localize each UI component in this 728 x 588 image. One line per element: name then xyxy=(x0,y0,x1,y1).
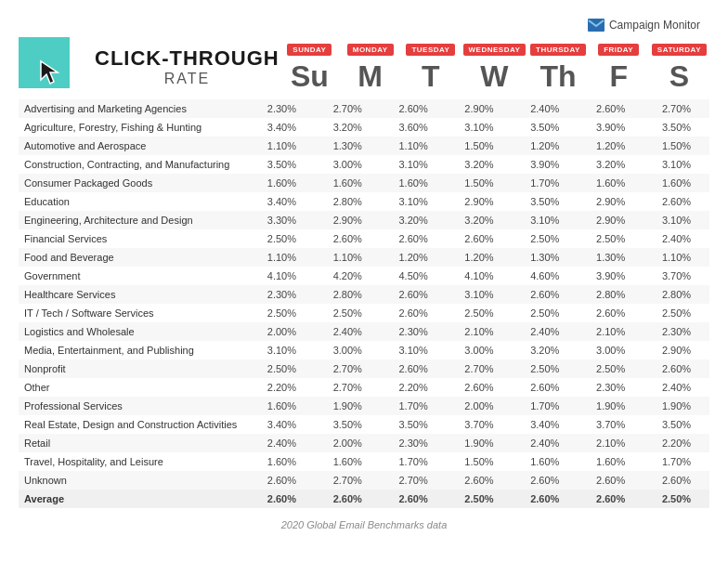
value-cell: 2.90% xyxy=(644,341,709,359)
value-cell: 2.40% xyxy=(512,434,578,452)
value-cell: 2.50% xyxy=(512,229,578,248)
value-cell: 3.50% xyxy=(512,192,578,211)
value-cell: 1.20% xyxy=(381,248,447,267)
table-row: Media, Entertainment, and Publishing3.10… xyxy=(19,341,709,359)
sunday-short: Su xyxy=(291,58,329,95)
table-row: Advertising and Marketing Agencies2.30%2… xyxy=(19,99,709,118)
value-cell: 3.90% xyxy=(578,267,644,285)
brand-logo-area: Campaign Monitor xyxy=(19,19,709,32)
value-cell: 1.70% xyxy=(512,397,578,415)
sunday-label: SUNDAY xyxy=(287,44,332,56)
value-cell: 1.10% xyxy=(249,248,315,267)
table-row: Food and Beverage1.10%1.10%1.20%1.20%1.3… xyxy=(19,248,709,267)
value-cell: 2.60% xyxy=(381,285,447,304)
value-cell: 3.00% xyxy=(315,155,381,174)
value-cell: 3.20% xyxy=(447,211,513,229)
industry-cell: Government xyxy=(19,267,249,285)
saturday-label: SATURDAY xyxy=(652,44,707,56)
friday-label: FRIDAY xyxy=(598,44,639,56)
svg-marker-1 xyxy=(41,61,58,84)
value-cell: 2.90% xyxy=(447,192,513,211)
table-row: IT / Tech / Software Services2.50%2.50%2… xyxy=(19,304,709,322)
value-cell: 2.70% xyxy=(447,359,513,378)
value-cell: 1.60% xyxy=(249,397,315,415)
industry-cell: Agriculture, Forestry, Fishing & Hunting xyxy=(19,118,249,137)
value-cell: 1.50% xyxy=(644,137,709,155)
value-cell: 3.00% xyxy=(315,341,381,359)
value-cell: 2.60% xyxy=(381,304,447,322)
value-cell: 2.60% xyxy=(381,229,447,248)
monday-label: MONDAY xyxy=(347,44,394,56)
value-cell: 2.60% xyxy=(578,471,644,490)
value-cell: 2.10% xyxy=(578,322,644,341)
industry-cell: Automotive and Aerospace xyxy=(19,137,249,155)
industry-cell: Healthcare Services xyxy=(19,285,249,304)
value-cell: 3.50% xyxy=(512,118,578,137)
value-cell: 2.40% xyxy=(644,229,709,248)
table-row: Healthcare Services2.30%2.80%2.60%3.10%2… xyxy=(19,285,709,304)
value-cell: 3.50% xyxy=(381,415,447,434)
thursday-short: Th xyxy=(540,58,576,95)
value-cell: 2.60% xyxy=(644,192,709,211)
value-cell: 1.60% xyxy=(315,174,381,192)
value-cell: 2.90% xyxy=(578,192,644,211)
industry-cell: Consumer Packaged Goods xyxy=(19,174,249,192)
value-cell: 1.30% xyxy=(578,248,644,267)
brand-icon xyxy=(588,19,604,32)
value-cell: 1.20% xyxy=(512,137,578,155)
value-cell: 1.60% xyxy=(578,452,644,471)
value-cell: 2.20% xyxy=(381,378,447,397)
value-cell: 2.60% xyxy=(512,285,578,304)
industry-cell: Construction, Contracting, and Manufactu… xyxy=(19,155,249,174)
industry-cell: Travel, Hospitality, and Leisure xyxy=(19,452,249,471)
value-cell: 2.50% xyxy=(578,229,644,248)
value-cell: 1.90% xyxy=(315,397,381,415)
left-header: CLICK-THROUGH RATE xyxy=(19,37,280,98)
value-cell: 2.50% xyxy=(512,359,578,378)
value-cell: 3.00% xyxy=(447,341,513,359)
value-cell: 3.10% xyxy=(512,211,578,229)
footer-text: 2020 Global Email Benchmarks data xyxy=(19,519,709,530)
value-cell: 2.50% xyxy=(644,304,709,322)
table-row: Automotive and Aerospace1.10%1.30%1.10%1… xyxy=(19,137,709,155)
value-cell: 3.20% xyxy=(512,341,578,359)
value-cell: 2.20% xyxy=(644,434,709,452)
value-cell: 2.60% xyxy=(644,359,709,378)
value-cell: 1.30% xyxy=(315,137,381,155)
value-cell: 1.60% xyxy=(644,174,709,192)
value-cell: 2.70% xyxy=(315,99,381,118)
value-cell: 2.10% xyxy=(447,322,513,341)
value-cell: 2.50% xyxy=(249,229,315,248)
value-cell: 3.10% xyxy=(447,285,513,304)
day-header-sunday: SUNDAY Su xyxy=(280,40,340,95)
table-row: Retail2.40%2.00%2.30%1.90%2.40%2.10%2.20… xyxy=(19,434,709,452)
value-cell: 2.60% xyxy=(578,304,644,322)
value-cell: 2.40% xyxy=(315,322,381,341)
tuesday-short: T xyxy=(422,58,440,95)
value-cell: 2.60% xyxy=(578,99,644,118)
value-cell: 3.10% xyxy=(644,155,709,174)
value-cell: 1.60% xyxy=(249,452,315,471)
value-cell: 3.50% xyxy=(249,155,315,174)
value-cell: 2.60% xyxy=(381,99,447,118)
value-cell: 2.70% xyxy=(315,359,381,378)
value-cell: 1.90% xyxy=(644,397,709,415)
value-cell: 2.60% xyxy=(512,471,578,490)
title-block: CLICK-THROUGH RATE xyxy=(95,47,280,86)
value-cell: 2.50% xyxy=(249,359,315,378)
value-cell: 1.90% xyxy=(578,397,644,415)
data-table: Advertising and Marketing Agencies2.30%2… xyxy=(19,99,709,508)
value-cell: 4.60% xyxy=(512,267,578,285)
value-cell: 3.40% xyxy=(249,415,315,434)
table-row: Average2.60%2.60%2.60%2.50%2.60%2.60%2.5… xyxy=(19,490,709,508)
value-cell: 3.10% xyxy=(381,341,447,359)
value-cell: 1.90% xyxy=(447,434,513,452)
day-header-friday: FRIDAY F xyxy=(589,40,649,95)
value-cell: 1.60% xyxy=(512,452,578,471)
industry-cell: Real Estate, Design and Construction Act… xyxy=(19,415,249,434)
industry-cell: Other xyxy=(19,378,249,397)
value-cell: 2.40% xyxy=(512,322,578,341)
value-cell: 3.50% xyxy=(315,415,381,434)
table-row: Professional Services1.60%1.90%1.70%2.00… xyxy=(19,397,709,415)
value-cell: 2.50% xyxy=(447,304,513,322)
